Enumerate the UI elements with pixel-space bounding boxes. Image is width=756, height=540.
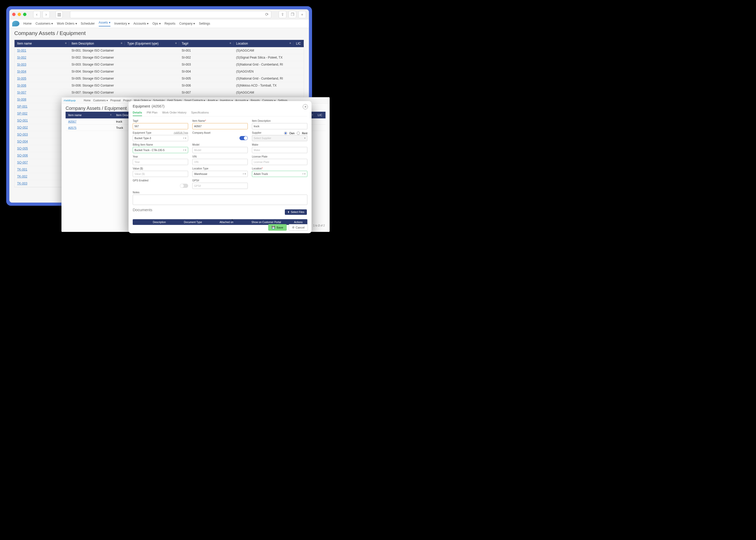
value-input[interactable]: Value ($) <box>133 171 188 177</box>
select-files-button[interactable]: ⬆Select Files <box>285 209 307 215</box>
nav-home[interactable]: Home <box>23 22 32 25</box>
label-tag: Tag# <box>133 119 188 122</box>
page-title: Company Assets / Equipment <box>10 28 309 38</box>
col-item-desc[interactable]: Item Description <box>69 42 125 45</box>
label-notes: Notes <box>133 191 307 194</box>
gps-input[interactable]: GPS# <box>192 183 248 189</box>
reload-icon[interactable]: ⟳ <box>265 12 268 17</box>
modal-tabs: Details PM Plan Work Order History Speci… <box>133 111 307 116</box>
window-close-icon[interactable] <box>12 13 16 16</box>
doc-col-type: Document Type <box>176 221 210 224</box>
nav-company[interactable]: Company ▾ <box>179 22 195 25</box>
doc-col-portal: Show on Customer Portal <box>243 221 289 224</box>
doc-col-attached: Attached on <box>210 221 243 224</box>
vin-input[interactable]: VIN <box>192 159 248 165</box>
location-select[interactable]: Adwin Truck× ▾ <box>252 171 307 177</box>
label-model: Model <box>192 143 248 146</box>
label-supplier: Supplier <box>252 131 261 134</box>
supplier-own-radio[interactable] <box>284 132 287 135</box>
tab-details[interactable]: Details <box>133 111 142 116</box>
model-input[interactable]: Model <box>192 147 248 153</box>
company-asset-toggle[interactable] <box>239 136 248 140</box>
col-lic[interactable]: LIC <box>293 42 304 45</box>
label-item-desc: Item Description <box>252 119 307 122</box>
label-item-name: Item Name <box>192 119 248 122</box>
address-bar[interactable]: ⟳ <box>70 11 271 18</box>
grid-header-row: Item name Item Description Type (Equipme… <box>15 40 304 47</box>
tab-specifications[interactable]: Specifications <box>191 111 209 116</box>
billing-select[interactable]: Bucket Truck - CTA-130-S× ▾ <box>133 147 188 153</box>
col-location[interactable]: Location <box>233 42 293 45</box>
nav-settings[interactable]: Settings <box>199 22 210 25</box>
label-company-asset: Company Asset <box>192 131 248 134</box>
label-year: Year <box>133 155 188 158</box>
year-input[interactable]: Year <box>133 159 188 165</box>
nav-reports[interactable]: Reports <box>165 22 176 25</box>
sec-col-name[interactable]: Item name <box>66 113 113 117</box>
nav-customers[interactable]: Customers ▾ <box>36 22 53 25</box>
nav-scheduler[interactable]: Scheduler <box>81 22 95 25</box>
tabs-icon[interactable]: ❐ <box>288 11 296 18</box>
label-vin: VIN <box>192 155 248 158</box>
label-equip-type: Equipment TypeAdd/Edit Type <box>133 131 188 134</box>
label-location: Location <box>252 167 307 170</box>
save-button[interactable]: 💾Save <box>268 224 287 231</box>
documents-heading: Documents <box>133 207 307 212</box>
cursor-icon: ↖ <box>231 218 233 221</box>
col-tag[interactable]: Tag# <box>179 42 233 45</box>
table-row[interactable]: SI-007SI-007: Storage ISO ContainerSI-00… <box>15 89 304 96</box>
make-input[interactable]: Make <box>252 147 307 153</box>
tag-input[interactable]: 567 <box>133 123 188 129</box>
modal-close-button[interactable]: ✕ <box>303 104 308 109</box>
location-type-select[interactable]: Warehouse× ▾ <box>192 171 248 177</box>
forward-button[interactable]: › <box>43 11 50 18</box>
sec-nav-item[interactable]: Home <box>84 99 91 102</box>
app-main-nav: Home Customers ▾ Work Orders ▾ Scheduler… <box>10 19 309 28</box>
supplier-rent-radio[interactable] <box>297 132 300 135</box>
window-minimize-icon[interactable] <box>18 13 21 16</box>
nav-workorders[interactable]: Work Orders ▾ <box>57 22 77 25</box>
secondary-logo: FieldEquip <box>64 99 80 102</box>
modal-title: Equipment (A0567) <box>133 104 307 108</box>
table-row[interactable]: SI-001SI-001: Storage ISO ContainerSI-00… <box>15 47 304 54</box>
tab-work-order-history[interactable]: Work Order History <box>162 111 187 116</box>
upload-icon: ⬆ <box>287 211 289 213</box>
cancel-button[interactable]: ⊘Cancel <box>289 224 308 231</box>
window-zoom-icon[interactable] <box>23 13 26 16</box>
nav-assets[interactable]: Assets ▾ <box>99 21 110 26</box>
new-tab-icon[interactable]: + <box>298 11 306 18</box>
label-make: Make <box>252 143 307 146</box>
nav-inventory[interactable]: Inventory ▾ <box>114 22 130 25</box>
nav-accounts[interactable]: Accounts ▾ <box>133 22 149 25</box>
sec-nav-item[interactable]: Customers ▾ <box>93 99 108 102</box>
share-icon[interactable]: ⇪ <box>279 11 286 18</box>
notes-textarea[interactable] <box>133 195 307 205</box>
table-row[interactable]: SI-003SI-003: Storage ISO ContainerSI-00… <box>15 61 304 68</box>
col-type[interactable]: Type (Equipment type) <box>125 42 179 45</box>
item-desc-input[interactable]: truck <box>252 123 307 129</box>
doc-col-actions: Actions <box>289 221 307 224</box>
license-input[interactable]: License Plate <box>252 159 307 165</box>
col-item-name[interactable]: Item name <box>15 42 69 45</box>
sidebar-toggle-icon[interactable]: ▥ <box>56 11 63 18</box>
table-row[interactable]: SI-002SI-002: Storage ISO ContainerSI-00… <box>15 54 304 61</box>
table-row[interactable]: SI-004SI-004: Storage ISO ContainerSI-00… <box>15 68 304 75</box>
back-button[interactable]: ‹ <box>33 11 41 18</box>
item-name-input[interactable]: A0567 <box>192 123 248 129</box>
add-edit-type-link[interactable]: Add/Edit Type <box>174 131 188 134</box>
gps-enabled-toggle[interactable] <box>180 184 188 188</box>
label-value: Value ($) <box>133 167 188 170</box>
sec-col-lic[interactable]: LIC <box>315 113 326 117</box>
sec-nav-item[interactable]: Proposal <box>110 99 120 102</box>
nav-ops[interactable]: Ops ▾ <box>152 22 160 25</box>
supplier-select[interactable]: Select Supplier▾ <box>252 135 307 141</box>
table-row[interactable]: SI-005SI-005: Storage ISO ContainerSI-00… <box>15 75 304 82</box>
table-row[interactable]: SI-006SI-006: Storage ISO ContainerSI-00… <box>15 82 304 89</box>
save-icon: 💾 <box>272 226 275 229</box>
secondary-pagination: 1 to 2 of 2 <box>313 224 325 227</box>
browser-titlebar: ‹ › ▥ ⟳ ⇪ ❐ + <box>10 10 309 19</box>
label-gps: GPS# <box>192 179 248 182</box>
doc-col-desc: Description <box>143 221 176 224</box>
tab-pm-plan[interactable]: PM Plan <box>147 111 158 116</box>
equipment-type-select[interactable]: Bucket Type-3× ▾ <box>133 135 188 141</box>
